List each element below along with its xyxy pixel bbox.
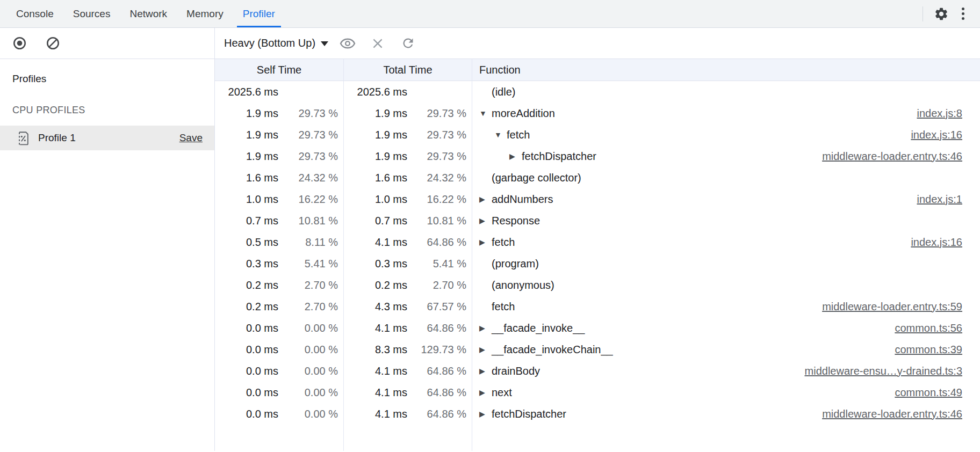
tree-collapse-icon[interactable]: ▼	[479, 110, 492, 117]
total-time-cell[interactable]: 4.1 ms64.86 %	[344, 317, 472, 339]
tree-expand-icon[interactable]: ▶	[479, 389, 492, 396]
self-time-cell[interactable]: 0.0 ms0.00 %	[215, 403, 344, 425]
source-link[interactable]: index.js:16	[911, 236, 980, 249]
source-link[interactable]: index.js:16	[911, 129, 980, 141]
total-time-pct: 5.41 %	[407, 258, 472, 270]
function-cell[interactable]: (anonymous)	[472, 274, 980, 296]
more-options-button[interactable]	[952, 3, 974, 25]
profile-view-dropdown[interactable]: Heavy (Bottom Up)	[224, 37, 328, 49]
source-link[interactable]: common.ts:49	[895, 387, 980, 399]
self-time-cell[interactable]: 0.0 ms0.00 %	[215, 317, 344, 339]
column-header-function[interactable]: Function	[472, 59, 980, 81]
source-link[interactable]: middleware-loader.entry.ts:46	[822, 150, 980, 163]
total-time-cell[interactable]: 0.7 ms10.81 %	[344, 210, 472, 231]
self-time-cell[interactable]: 0.3 ms5.41 %	[215, 253, 344, 274]
total-time-cell[interactable]: 4.1 ms64.86 %	[344, 360, 472, 382]
tree-expand-icon[interactable]: ▶	[509, 152, 522, 160]
function-cell[interactable]: ▶fetchDispatchermiddleware-loader.entry.…	[472, 145, 980, 167]
function-cell[interactable]: (program)	[472, 253, 980, 274]
self-time-pct: 2.70 %	[278, 301, 343, 313]
function-cell[interactable]: (idle)	[472, 81, 980, 103]
column-header-total-time[interactable]: Total Time	[344, 59, 472, 81]
total-time-cell[interactable]: 8.3 ms129.73 %	[344, 339, 472, 360]
clear-profiles-button[interactable]	[42, 33, 63, 54]
block-icon	[46, 36, 60, 50]
tree-expand-icon[interactable]: ▶	[479, 238, 492, 246]
total-time-cell[interactable]: 1.9 ms29.73 %	[344, 145, 472, 167]
function-cell[interactable]: ▶Response	[472, 210, 980, 231]
tree-expand-icon[interactable]: ▶	[479, 367, 492, 375]
source-link[interactable]: middleware-loader.entry.ts:46	[822, 408, 980, 420]
tree-expand-icon[interactable]: ▶	[479, 217, 492, 224]
record-button[interactable]	[9, 33, 30, 54]
function-cell[interactable]: ▶fetchDispatchermiddleware-loader.entry.…	[472, 403, 980, 425]
self-time-cell[interactable]: 1.0 ms16.22 %	[215, 188, 344, 210]
source-link[interactable]: middleware-loader.entry.ts:59	[822, 301, 980, 313]
tree-expand-icon[interactable]: ▶	[479, 324, 492, 332]
tab-profiler[interactable]: Profiler	[237, 0, 281, 27]
function-cell[interactable]: ▼fetchindex.js:16	[472, 124, 980, 145]
tree-expand-icon[interactable]: ▶	[479, 346, 492, 353]
refresh-button[interactable]	[397, 33, 419, 54]
tab-sources[interactable]: Sources	[67, 0, 117, 27]
tab-memory[interactable]: Memory	[181, 0, 229, 27]
source-link[interactable]: common.ts:39	[895, 344, 980, 356]
source-link[interactable]: middleware-ensu…y-drained.ts:3	[805, 365, 980, 377]
self-time-cell[interactable]: 1.6 ms24.32 %	[215, 167, 344, 188]
total-time-cell[interactable]: 1.0 ms16.22 %	[344, 188, 472, 210]
tree-expand-icon[interactable]: ▶	[479, 410, 492, 418]
source-link[interactable]: index.js:8	[917, 107, 980, 120]
cpu-profiles-section-label: CPU PROFILES	[0, 100, 214, 120]
function-cell[interactable]: ▶__facade_invokeChain__common.ts:39	[472, 339, 980, 360]
self-time-cell[interactable]: 1.9 ms29.73 %	[215, 103, 344, 124]
self-time-cell[interactable]: 2025.6 ms	[215, 81, 344, 103]
total-time-cell[interactable]: 1.9 ms29.73 %	[344, 103, 472, 124]
settings-button[interactable]	[931, 3, 952, 25]
self-time-cell[interactable]: 0.7 ms10.81 %	[215, 210, 344, 231]
total-time-pct: 24.32 %	[407, 172, 472, 184]
save-profile-link[interactable]: Save	[179, 132, 203, 144]
total-time-cell[interactable]: 4.1 ms64.86 %	[344, 231, 472, 253]
function-cell[interactable]: ▶nextcommon.ts:49	[472, 382, 980, 403]
function-cell[interactable]: fetchmiddleware-loader.entry.ts:59	[472, 296, 980, 317]
self-time-cell[interactable]: 1.9 ms29.73 %	[215, 145, 344, 167]
self-time-cell[interactable]: 0.0 ms0.00 %	[215, 339, 344, 360]
source-link[interactable]: common.ts:56	[895, 322, 980, 334]
function-cell[interactable]: ▶__facade_invoke__common.ts:56	[472, 317, 980, 339]
tab-console[interactable]: Console	[10, 0, 60, 27]
self-time-cell[interactable]: 0.0 ms0.00 %	[215, 360, 344, 382]
total-time-cell[interactable]: 0.2 ms2.70 %	[344, 274, 472, 296]
function-cell[interactable]: ▶fetchindex.js:16	[472, 231, 980, 253]
self-time-cell[interactable]: 0.0 ms0.00 %	[215, 382, 344, 403]
function-cell[interactable]: (garbage collector)	[472, 167, 980, 188]
total-time-cell[interactable]: 2025.6 ms	[344, 81, 472, 103]
self-time-cell[interactable]: 0.2 ms2.70 %	[215, 274, 344, 296]
total-time-cell[interactable]: 4.3 ms67.57 %	[344, 296, 472, 317]
self-time-pct: 0.00 %	[278, 322, 343, 334]
column-header-self-time[interactable]: Self Time	[215, 59, 344, 81]
close-button[interactable]	[367, 33, 388, 54]
total-time-ms: 0.3 ms	[344, 258, 407, 270]
self-time-cell[interactable]: 1.9 ms29.73 %	[215, 124, 344, 145]
profile-list-item[interactable]: Profile 1 Save	[0, 126, 214, 150]
function-cell[interactable]: ▶addNumbersindex.js:1	[472, 188, 980, 210]
self-time-pct: 5.41 %	[278, 258, 343, 270]
eye-button[interactable]	[337, 33, 358, 54]
profile-document-icon	[17, 131, 30, 145]
self-time-cell[interactable]: 0.5 ms8.11 %	[215, 231, 344, 253]
function-cell[interactable]: ▶drainBodymiddleware-ensu…y-drained.ts:3	[472, 360, 980, 382]
function-cell[interactable]: ▼moreAdditionindex.js:8	[472, 103, 980, 124]
total-time-cell[interactable]: 1.9 ms29.73 %	[344, 124, 472, 145]
tab-network[interactable]: Network	[124, 0, 173, 27]
tree-collapse-icon[interactable]: ▼	[494, 131, 507, 138]
total-time-cell[interactable]: 1.6 ms24.32 %	[344, 167, 472, 188]
source-link[interactable]: index.js:1	[917, 193, 980, 206]
total-time-cell[interactable]: 4.1 ms64.86 %	[344, 403, 472, 425]
self-time-cell[interactable]: 0.2 ms2.70 %	[215, 296, 344, 317]
tree-expand-icon[interactable]: ▶	[479, 195, 492, 203]
self-time-pct: 16.22 %	[278, 193, 343, 206]
total-time-cell[interactable]: 0.3 ms5.41 %	[344, 253, 472, 274]
total-time-pct: 16.22 %	[407, 193, 472, 206]
total-time-cell[interactable]: 4.1 ms64.86 %	[344, 382, 472, 403]
total-time-ms: 4.1 ms	[344, 408, 407, 420]
